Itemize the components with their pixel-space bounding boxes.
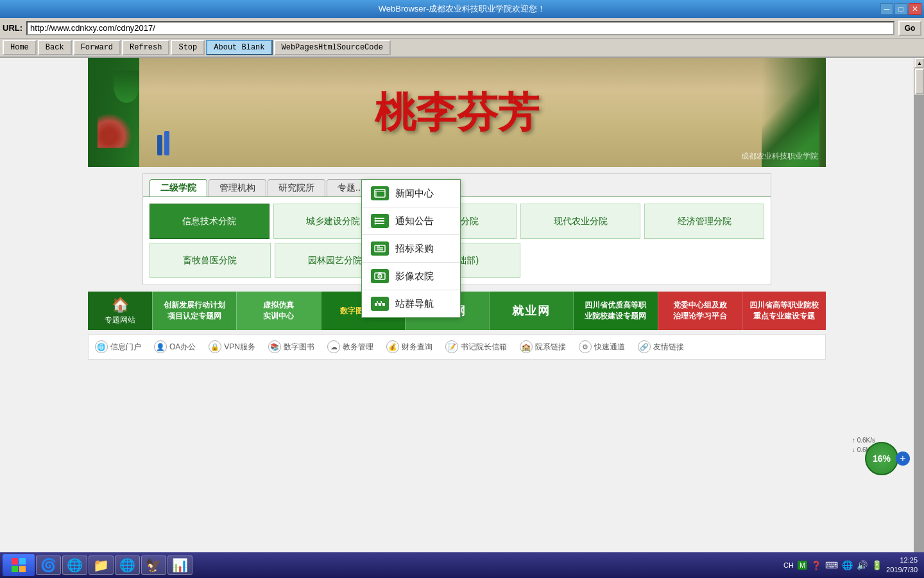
scroll-track[interactable] <box>914 95 924 568</box>
page-area: 桃李芬芳 成都农业科技职业学院 二级学院 管理机构 研究院所 专题... 信息技… <box>0 58 914 578</box>
bid-icon <box>371 241 389 256</box>
tab-research[interactable]: 研究院所 <box>268 179 325 197</box>
dropdown-photo[interactable]: 影像农院 <box>362 263 460 290</box>
maximize-button[interactable]: □ <box>894 3 907 15</box>
quick-label: 快速通道 <box>594 342 625 353</box>
window-controls: ─ □ ✕ <box>880 3 921 15</box>
toolbar-finance[interactable]: 💰 财务查询 <box>386 340 432 353</box>
toolbar-vpn[interactable]: 🔒 VPN服务 <box>209 340 255 353</box>
toolbar-oa[interactable]: 👤 OA办公 <box>154 340 196 353</box>
go-button[interactable]: Go <box>898 21 921 36</box>
ebook-label: 数字图书 <box>284 342 314 353</box>
svg-point-6 <box>375 218 377 220</box>
bottom-toolbar: 🌐 信息门户 👤 OA办公 🔒 VPN服务 📚 数字图书 ☁ 教务管 <box>88 334 826 360</box>
svg-rect-25 <box>19 558 26 565</box>
college-empty <box>524 243 764 278</box>
tray-ch: CH <box>783 561 794 569</box>
banner-item-6[interactable]: 四川省优质高等职业院校建设专题网 <box>573 292 657 330</box>
minimize-button[interactable]: ─ <box>880 3 893 15</box>
back-button[interactable]: Back <box>38 40 72 55</box>
url-input[interactable] <box>26 21 894 35</box>
nav-icon <box>371 297 389 311</box>
taskbar-app-bird[interactable]: 🦅 <box>141 556 166 575</box>
taskbar-app-explorer[interactable]: 📁 <box>89 556 114 575</box>
banner-home[interactable]: 🏠 专题网站 <box>88 292 152 330</box>
friend-links-icon: 🔗 <box>638 340 651 353</box>
speed-widget: ↑ 0.6K/s ↓ 0.6K/s 16% + <box>852 435 910 475</box>
banner-item-5[interactable]: 就业网 <box>489 292 573 330</box>
toolbar-edu[interactable]: ☁ 教务管理 <box>327 340 373 353</box>
title-bar: WebBrowser-成都农业科技职业学院欢迎您！ ─ □ ✕ <box>0 0 924 18</box>
scroll-up-button[interactable]: ▲ <box>914 58 924 68</box>
tray-question[interactable]: ❓ <box>811 561 821 570</box>
toolbar-info-portal[interactable]: 🌐 信息门户 <box>95 340 141 353</box>
url-bar: URL: Go <box>0 18 924 39</box>
vpn-icon: 🔒 <box>209 340 221 353</box>
page-background: 桃李芬芳 成都农业科技职业学院 二级学院 管理机构 研究院所 专题... 信息技… <box>0 58 914 572</box>
college-vet[interactable]: 畜牧兽医分院 <box>150 243 271 278</box>
college-economics[interactable]: 经济管理分院 <box>644 204 764 239</box>
svg-point-15 <box>379 276 381 277</box>
speed-plus-button[interactable]: + <box>896 451 910 466</box>
info-portal-label: 信息门户 <box>110 342 141 353</box>
quick-icon: ⚙ <box>579 340 592 353</box>
tray-battery: 🔋 <box>871 560 882 570</box>
info-portal-icon: 🌐 <box>95 340 108 353</box>
toolbar-friend-links[interactable]: 🔗 友情链接 <box>638 340 684 353</box>
taskbar-app-browser[interactable]: 🌐 <box>115 556 140 575</box>
finance-icon: 💰 <box>386 340 399 353</box>
forward-button[interactable]: Forward <box>73 40 121 55</box>
tab-management[interactable]: 管理机构 <box>209 179 266 197</box>
home-button[interactable]: Home <box>3 40 37 55</box>
svg-point-7 <box>375 220 377 222</box>
dropdown-photo-label: 影像农院 <box>395 270 434 283</box>
banner-item-2[interactable]: 虚拟仿真实训中心 <box>236 292 320 330</box>
dropdown-notice[interactable]: 通知公告 <box>362 207 460 235</box>
taskbar-app-swirl[interactable]: 🌀 <box>36 556 61 575</box>
dropdown-news[interactable]: 新闻中心 <box>362 180 460 207</box>
tray-clock: 12:25 2019/7/30 <box>886 556 918 575</box>
dropdown-nav[interactable]: 站群导航 <box>362 290 460 317</box>
close-button[interactable]: ✕ <box>909 3 921 15</box>
taskbar-app-excel[interactable]: 📊 <box>167 556 193 575</box>
window-title: WebBrowser-成都农业科技职业学院欢迎您！ <box>379 3 546 15</box>
tray-m: M <box>798 561 807 570</box>
speed-value: 16% <box>873 453 891 464</box>
photo-icon <box>371 269 389 283</box>
refresh-button[interactable]: Refresh <box>122 40 169 55</box>
toolbar-ebook[interactable]: 📚 数字图书 <box>268 340 314 353</box>
about-blank-button[interactable]: About Blank <box>206 40 272 55</box>
start-button[interactable] <box>3 554 35 576</box>
banner-item-8[interactable]: 四川省高等职业院校重点专业建设专题 <box>742 292 826 330</box>
toolbar-mailbox[interactable]: 📝 书记院长信箱 <box>445 340 507 353</box>
edu-label: 教务管理 <box>343 342 373 353</box>
scroll-thumb[interactable] <box>915 69 924 94</box>
college-modern-ag[interactable]: 现代农业分院 <box>520 204 640 239</box>
dropdown-menu: 新闻中心 通知公告 招标采购 <box>361 179 461 318</box>
tray-sound: 🔊 <box>857 560 868 570</box>
toolbar-quick[interactable]: ⚙ 快速通道 <box>579 340 625 353</box>
vpn-label: VPN服务 <box>224 342 255 353</box>
site-header-banner: 桃李芬芳 成都农业科技职业学院 <box>88 58 826 167</box>
college-it[interactable]: 信息技术分院 <box>150 204 270 239</box>
stop-button[interactable]: Stop <box>171 40 205 55</box>
speed-circle-row: 16% + <box>865 442 910 475</box>
tray-time: 12:25 <box>886 556 918 565</box>
banner-item-1[interactable]: 创新发展行动计划项目认定专题网 <box>152 292 236 330</box>
tab-colleges[interactable]: 二级学院 <box>150 179 207 197</box>
ebook-icon: 📚 <box>268 340 281 353</box>
banner-item-7[interactable]: 党委中心组及政治理论学习平台 <box>658 292 742 330</box>
edu-icon: ☁ <box>327 340 340 353</box>
main-content: 二级学院 管理机构 研究院所 专题... 信息技术分院 城乡建设分院 ...技术… <box>142 173 771 285</box>
taskbar-app-ie[interactable]: 🌐 <box>62 556 87 575</box>
dropdown-bid[interactable]: 招标采购 <box>362 235 460 263</box>
dropdown-news-label: 新闻中心 <box>395 188 434 200</box>
mailbox-icon: 📝 <box>445 340 458 353</box>
tray-date: 2019/7/30 <box>886 565 918 575</box>
svg-rect-27 <box>19 566 26 572</box>
source-code-button[interactable]: WebPagesHtmlSourceCode <box>274 40 391 55</box>
speed-circle: 16% <box>865 442 898 475</box>
site-watermark: 成都农业科技职业学院 <box>741 151 818 162</box>
scrollbar: ▲ ▼ <box>914 58 924 578</box>
toolbar-dept-links[interactable]: 🏫 院系链接 <box>520 340 566 353</box>
